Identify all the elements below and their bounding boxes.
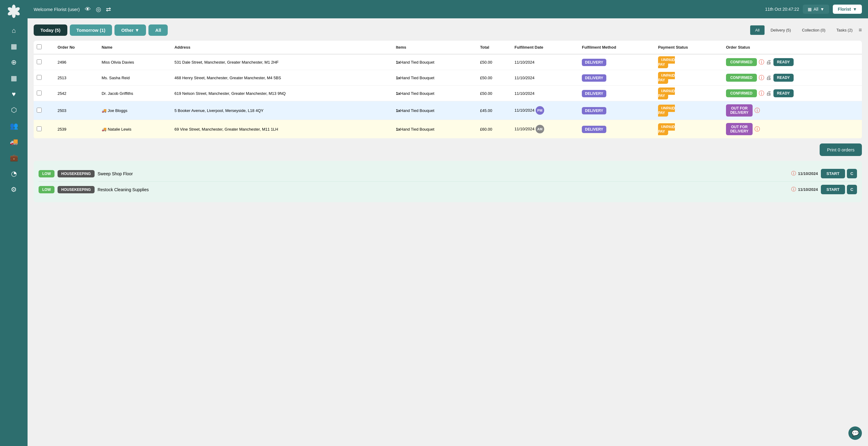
customer-name: Dr. Jacob Griffiths xyxy=(98,86,172,101)
col-order-no: Order No xyxy=(55,41,98,54)
settings-icon[interactable]: ⚙ xyxy=(7,183,21,196)
unpaid-badge[interactable]: UNPAIDPAY xyxy=(658,56,675,68)
tab-all[interactable]: All xyxy=(149,25,168,36)
task-info: ⓘ 11/10/2024 xyxy=(791,186,818,193)
briefcase-icon[interactable]: 💼 xyxy=(7,151,21,165)
calendar-icon[interactable]: ▦ xyxy=(7,71,21,85)
unpaid-badge[interactable]: UNPAIDPAY xyxy=(658,123,675,135)
driver-avatar: AM xyxy=(536,125,544,133)
ready-badge[interactable]: READY xyxy=(773,58,794,66)
ready-badge[interactable]: READY xyxy=(773,74,794,82)
delivery-badge[interactable]: DELIVERY xyxy=(582,74,606,82)
filter-collection[interactable]: Collection (0) xyxy=(797,25,830,35)
confirmed-badge[interactable]: CONFIRMED xyxy=(726,58,757,66)
task-name: Restock Cleaning Supplies xyxy=(98,187,788,192)
task-date: 11/10/2024 xyxy=(798,187,818,192)
task-actions: START C xyxy=(821,169,857,178)
print-icon[interactable]: 🖨 xyxy=(766,90,772,97)
tab-tomorrow[interactable]: Tomorrow (1) xyxy=(70,25,112,36)
start-button[interactable]: START xyxy=(821,185,845,194)
order-status-cell: CONFIRMED ⓘ 🖨 READY xyxy=(723,70,862,86)
info-icon[interactable]: ⓘ xyxy=(759,58,764,66)
fulfilment-method: DELIVERY xyxy=(579,120,655,138)
orders-table-container: Order No Name Address Items Total Fulfil… xyxy=(34,41,862,138)
select-all-checkbox[interactable] xyxy=(37,44,42,49)
datetime-display: 11th Oct 20:47:22 xyxy=(765,7,799,12)
delivery-badge[interactable]: DELIVERY xyxy=(582,90,606,97)
out-for-delivery-badge[interactable]: OUT FORDELIVERY xyxy=(726,104,753,117)
fulfilment-date: 11/10/2024 PM xyxy=(512,101,579,120)
row-checkbox[interactable] xyxy=(37,126,42,131)
payment-status: UNPAIDPAY xyxy=(655,120,723,138)
delivery-badge[interactable]: DELIVERY xyxy=(582,59,606,66)
florist-chevron-icon: ▼ xyxy=(853,7,857,12)
target-icon[interactable]: ◎ xyxy=(96,5,101,13)
filter-all[interactable]: All xyxy=(750,25,764,35)
info-icon[interactable]: ⓘ xyxy=(754,107,760,114)
col-payment-status: Payment Status xyxy=(655,41,723,54)
row-checkbox[interactable] xyxy=(37,75,42,80)
view-all-button[interactable]: ▦ All ▼ xyxy=(803,5,829,14)
table-row: 2542Dr. Jacob Griffiths619 Nelson Street… xyxy=(34,86,862,101)
users-icon[interactable]: 👥 xyxy=(7,119,21,133)
order-total: £50.00 xyxy=(477,54,512,70)
delivery-address: 468 Henry Street, Manchester, Greater Ma… xyxy=(172,70,393,86)
tabs-row: Today (5) Tomorrow (1) Other ▼ All All D… xyxy=(34,25,862,36)
delivery-badge[interactable]: DELIVERY xyxy=(582,107,606,115)
filter-delivery[interactable]: Delivery (5) xyxy=(766,25,796,35)
order-items: 1xHand Tied Bouquet xyxy=(393,101,477,120)
unpaid-badge[interactable]: UNPAIDPAY xyxy=(658,88,675,99)
order-items: 1xHand Tied Bouquet xyxy=(393,70,477,86)
complete-button[interactable]: C xyxy=(847,185,857,194)
delivery-badge[interactable]: DELIVERY xyxy=(582,126,606,133)
tab-other[interactable]: Other ▼ xyxy=(115,25,146,36)
info-icon[interactable]: ⓘ xyxy=(759,90,764,97)
payment-status: UNPAIDPAY xyxy=(655,54,723,70)
info-icon[interactable]: ⓘ xyxy=(759,74,764,82)
sidebar: ⌂ ▦ ⊕ ▦ ♥ ⬡ 👥 🚚 💼 ◔ ⚙ xyxy=(0,0,28,208)
print-orders-button[interactable]: Print 0 orders xyxy=(819,144,862,156)
confirmed-badge[interactable]: CONFIRMED xyxy=(726,74,757,82)
task-info-icon: ⓘ xyxy=(791,186,796,193)
confirmed-badge[interactable]: CONFIRMED xyxy=(726,89,757,97)
view-label: All xyxy=(813,7,818,12)
info-icon[interactable]: ⓘ xyxy=(754,125,760,133)
fulfilment-method: DELIVERY xyxy=(579,70,655,86)
home-icon[interactable]: ⌂ xyxy=(7,24,21,37)
florist-button[interactable]: Florist ▼ xyxy=(833,5,862,14)
chart-icon[interactable]: ◔ xyxy=(7,167,21,181)
filter-tasks[interactable]: Tasks (2) xyxy=(832,25,858,35)
chevron-down-icon: ▼ xyxy=(820,7,825,12)
plus-icon[interactable]: ⊕ xyxy=(7,56,21,69)
order-status-cell: OUT FORDELIVERY ⓘ xyxy=(723,120,862,138)
customer-name: Miss Olivia Davies xyxy=(98,54,172,70)
heart-icon[interactable]: ♥ xyxy=(7,88,21,101)
complete-button[interactable]: C xyxy=(847,169,857,178)
start-button[interactable]: START xyxy=(821,169,845,178)
row-checkbox[interactable] xyxy=(37,108,42,113)
driver-avatar: PM xyxy=(536,106,544,115)
row-checkbox[interactable] xyxy=(37,59,42,64)
task-date: 11/10/2024 xyxy=(798,171,818,176)
delivery-truck-icon: 🚚 xyxy=(102,127,106,131)
category-badge: HOUSEKEEPING xyxy=(58,170,95,178)
truck-icon[interactable]: 🚚 xyxy=(7,135,21,149)
refresh-icon[interactable]: ⇄ xyxy=(106,5,111,13)
tab-today[interactable]: Today (5) xyxy=(34,25,67,36)
store-icon[interactable]: ▦ xyxy=(7,40,21,53)
table-row: 2503🚚Joe Bloggs5 Booker Avenue, Liverpoo… xyxy=(34,101,862,120)
col-name: Name xyxy=(98,41,172,54)
eye-icon[interactable]: 👁 xyxy=(85,6,91,13)
ready-badge[interactable]: READY xyxy=(773,89,794,97)
print-icon[interactable]: 🖨 xyxy=(766,59,772,65)
delivery-address: 531 Dale Street, Manchester, Greater Man… xyxy=(172,54,393,70)
app-logo[interactable] xyxy=(6,4,22,19)
out-for-delivery-badge[interactable]: OUT FORDELIVERY xyxy=(726,123,753,135)
print-icon[interactable]: 🖨 xyxy=(766,75,772,81)
unpaid-badge[interactable]: UNPAIDPAY xyxy=(658,72,675,84)
row-checkbox[interactable] xyxy=(37,91,42,95)
bag-icon[interactable]: ⬡ xyxy=(7,103,21,117)
filter-options-icon[interactable]: ≡ xyxy=(859,27,862,33)
unpaid-badge[interactable]: UNPAIDPAY xyxy=(658,105,675,117)
order-status-cell: CONFIRMED ⓘ 🖨 READY xyxy=(723,86,862,101)
